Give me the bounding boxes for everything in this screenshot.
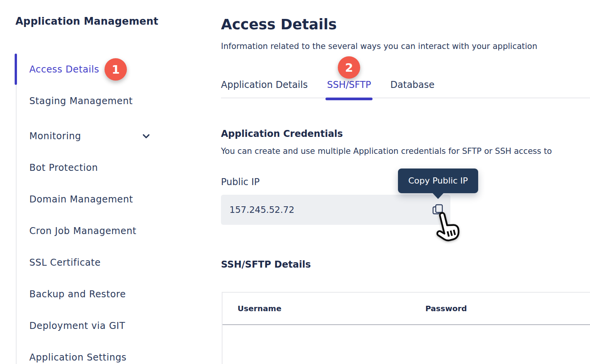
sidebar-item-label: Cron Job Management — [29, 226, 137, 236]
sidebar-item-cron-job-management[interactable]: Cron Job Management — [15, 215, 153, 247]
sidebar-item-access-details[interactable]: Access Details 1 — [15, 54, 153, 85]
tab-bar: Application Details SSH/SFTP 2 Database — [221, 79, 590, 98]
sidebar-item-label: Backup and Restore — [29, 289, 126, 300]
sidebar-item-ssl-certificate[interactable]: SSL Certificate — [15, 247, 153, 278]
tab-database[interactable]: Database — [390, 79, 435, 98]
tab-label: SSH/SFTP — [327, 79, 371, 90]
public-ip-value: 157.245.52.72 — [229, 195, 294, 225]
page-subtitle: Information related to the several ways … — [221, 42, 537, 51]
sidebar-item-staging-management[interactable]: Staging Management — [15, 85, 153, 117]
sidebar-rail — [16, 54, 17, 364]
application-credentials-description: You can create and use multiple Applicat… — [221, 147, 552, 156]
chevron-down-icon — [141, 131, 151, 141]
table-header-row: Username Password — [223, 293, 590, 325]
active-item-indicator — [15, 54, 17, 85]
sidebar-nav: Access Details 1 Staging Management Moni… — [15, 54, 153, 364]
ssh-credentials-table: Username Password — [222, 292, 590, 364]
sidebar-item-label: Domain Management — [29, 194, 133, 205]
sidebar-item-monitoring[interactable]: Monitoring — [15, 120, 153, 152]
callout-badge-2: 2 — [338, 56, 360, 79]
sidebar-item-label: Monitoring — [29, 131, 81, 142]
main-content: Access Details Information related to th… — [221, 0, 590, 364]
callout-badge-1: 1 — [105, 58, 127, 81]
tab-application-details[interactable]: Application Details — [221, 79, 308, 98]
page-title: Access Details — [221, 16, 337, 33]
copy-public-ip-tooltip: Copy Public IP — [398, 169, 478, 193]
sidebar-item-label: SSL Certificate — [29, 257, 101, 268]
sidebar-item-deployment-via-git[interactable]: Deployment via GIT — [15, 310, 153, 342]
hand-cursor — [432, 211, 461, 243]
sidebar-list: Access Details 1 Staging Management Moni… — [15, 54, 153, 364]
sidebar-item-application-settings[interactable]: Application Settings — [15, 342, 153, 364]
column-header-password: Password — [425, 304, 467, 313]
sidebar-item-label: Staging Management — [29, 96, 133, 106]
tab-ssh-sftp[interactable]: SSH/SFTP 2 — [327, 79, 371, 98]
public-ip-label: Public IP — [221, 177, 260, 187]
sidebar-item-label: Application Settings — [29, 352, 126, 363]
sidebar-item-bot-protection[interactable]: Bot Protection — [15, 152, 153, 184]
ssh-sftp-details-heading: SSH/SFTP Details — [221, 259, 311, 270]
sidebar-title: Application Management — [15, 15, 158, 27]
column-header-username: Username — [223, 304, 425, 313]
sidebar-item-backup-and-restore[interactable]: Backup and Restore — [15, 278, 153, 310]
public-ip-field: 157.245.52.72 — [221, 195, 450, 225]
sidebar-item-label: Deployment via GIT — [29, 320, 125, 331]
application-credentials-heading: Application Credentials — [221, 128, 343, 139]
sidebar-item-label: Access Details — [29, 64, 99, 75]
sidebar-item-label: Bot Protection — [29, 162, 98, 173]
sidebar-item-domain-management[interactable]: Domain Management — [15, 184, 153, 215]
